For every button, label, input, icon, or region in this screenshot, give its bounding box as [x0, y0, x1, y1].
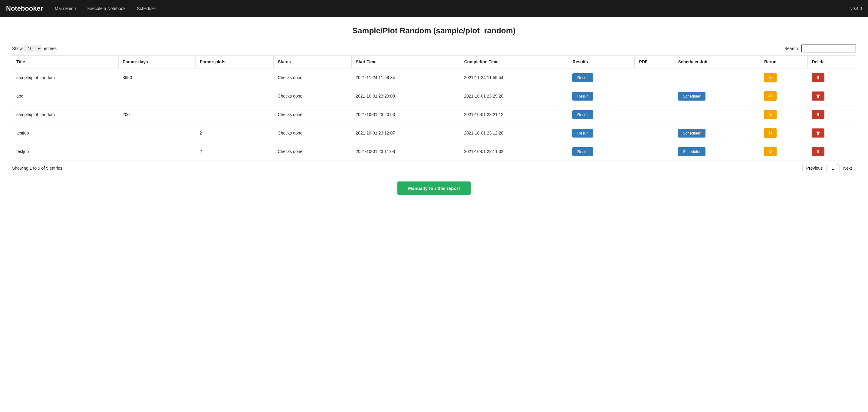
next-button[interactable]: Next — [839, 164, 856, 172]
rerun-button[interactable]: ↻ — [764, 110, 777, 119]
rerun-button[interactable]: ↻ — [764, 128, 777, 138]
cell-rerun: ↻ — [760, 87, 807, 106]
cell-results: Result — [568, 106, 634, 124]
cell-completion-time: 2021-10-01 23:11:32 — [460, 142, 568, 161]
showing-entries-text: Showing 1 to 5 of 5 entries — [12, 166, 62, 171]
entries-select[interactable]: 10 25 50 100 — [25, 45, 42, 52]
app-version: v0.4.0 — [850, 6, 862, 11]
cell-start-time: 2021-11-24 11:59:34 — [351, 68, 460, 87]
scheduler-job-button[interactable]: Scheduler — [678, 129, 706, 138]
entries-label: entries — [44, 46, 57, 51]
rerun-icon: ↻ — [768, 130, 772, 136]
table-row: testjob 2 Checks done! 2021-10-01 23:12:… — [12, 124, 856, 142]
cell-delete: 🗑 — [807, 142, 856, 161]
col-delete: Delete — [807, 56, 856, 68]
cell-start-time: 2021-10-01 23:20:53 — [351, 106, 460, 124]
trash-icon: 🗑 — [816, 149, 820, 154]
rerun-button[interactable]: ↻ — [764, 147, 777, 156]
table-header-row: Title Param: days Param: plots Status St… — [12, 56, 856, 68]
cell-pdf — [634, 106, 674, 124]
trash-icon: 🗑 — [816, 75, 820, 80]
show-label: Show — [12, 46, 23, 51]
cell-results: Result — [568, 142, 634, 161]
cell-rerun: ↻ — [760, 124, 807, 142]
cell-rerun: ↻ — [760, 106, 807, 124]
table-row: testjob 2 Checks done! 2021-10-01 23:11:… — [12, 142, 856, 161]
cell-scheduler-job: Scheduler — [674, 87, 760, 106]
previous-button[interactable]: Previous — [802, 164, 827, 172]
cell-completion-time: 2021-10-01 23:12:28 — [460, 124, 568, 142]
pagination: Previous 1 Next — [802, 164, 856, 172]
delete-button[interactable]: 🗑 — [812, 91, 825, 100]
trash-icon: 🗑 — [816, 112, 820, 117]
col-rerun: Rerun — [760, 56, 807, 68]
cell-pdf — [634, 142, 674, 161]
cell-pdf — [634, 68, 674, 87]
cell-delete: 🗑 — [807, 87, 856, 106]
data-table: Title Param: days Param: plots Status St… — [12, 55, 856, 161]
cell-pdf — [634, 124, 674, 142]
cell-rerun: ↻ — [760, 68, 807, 87]
delete-button[interactable]: 🗑 — [812, 128, 825, 138]
table-row: abc Checks done! 2021-10-01 23:29:08 202… — [12, 87, 856, 106]
col-scheduler-job: Scheduler Job — [674, 56, 760, 68]
cell-pdf — [634, 87, 674, 106]
result-button[interactable]: Result — [572, 147, 593, 156]
cell-results: Result — [568, 68, 634, 87]
rerun-icon: ↻ — [768, 93, 772, 98]
cell-scheduler-job: Scheduler — [674, 124, 760, 142]
cell-results: Result — [568, 124, 634, 142]
cell-completion-time: 2021-10-01 23:21:12 — [460, 106, 568, 124]
current-page[interactable]: 1 — [828, 164, 838, 172]
cell-param-days — [118, 87, 195, 106]
show-entries: Show 10 25 50 100 entries — [12, 45, 57, 52]
cell-delete: 🗑 — [807, 68, 856, 87]
cell-param-plots — [195, 87, 274, 106]
rerun-button[interactable]: ↻ — [764, 73, 777, 82]
cell-rerun: ↻ — [760, 142, 807, 161]
scheduler-job-button[interactable]: Scheduler — [678, 92, 706, 100]
result-button[interactable]: Result — [572, 92, 593, 100]
cell-delete: 🗑 — [807, 124, 856, 142]
table-controls-top: Show 10 25 50 100 entries Search: — [12, 45, 856, 52]
manual-run-container: Manually run this report — [12, 181, 856, 195]
navbar: Notebooker Main Menu Execute a Notebook … — [0, 0, 868, 17]
col-param-days: Param: days — [118, 56, 195, 68]
scheduler-job-button[interactable]: Scheduler — [678, 147, 706, 156]
col-status: Status — [274, 56, 352, 68]
rerun-icon: ↻ — [768, 149, 772, 154]
nav-execute-notebook[interactable]: Execute a Notebook — [82, 3, 131, 13]
col-pdf: PDF — [634, 56, 674, 68]
nav-scheduler[interactable]: Scheduler — [131, 3, 162, 13]
cell-param-plots — [195, 68, 274, 87]
col-completion-time: Completion Time — [460, 56, 568, 68]
nav-main-menu[interactable]: Main Menu — [49, 3, 82, 13]
manually-run-button[interactable]: Manually run this report — [397, 181, 471, 195]
cell-start-time: 2021-10-01 23:11:08 — [351, 142, 460, 161]
rerun-icon: ↻ — [768, 112, 772, 117]
search-label: Search: — [784, 46, 799, 51]
cell-title: sample/plot_random — [12, 68, 118, 87]
cell-param-days: 200 — [118, 106, 195, 124]
cell-title: testjob — [12, 142, 118, 161]
delete-button[interactable]: 🗑 — [812, 110, 825, 119]
result-button[interactable]: Result — [572, 110, 593, 119]
col-results: Results — [568, 56, 634, 68]
result-button[interactable]: Result — [572, 129, 593, 138]
cell-scheduler-job — [674, 68, 760, 87]
result-button[interactable]: Result — [572, 73, 593, 82]
search-box: Search: — [784, 45, 856, 52]
cell-start-time: 2021-10-01 23:12:07 — [351, 124, 460, 142]
search-input[interactable] — [801, 45, 856, 52]
cell-param-days: 3650 — [118, 68, 195, 87]
nav-menu: Main Menu Execute a Notebook Scheduler — [49, 3, 850, 13]
cell-status: Checks done! — [274, 106, 352, 124]
rerun-button[interactable]: ↻ — [764, 91, 777, 101]
col-title: Title — [12, 56, 118, 68]
delete-button[interactable]: 🗑 — [812, 147, 825, 156]
trash-icon: 🗑 — [816, 130, 820, 136]
delete-button[interactable]: 🗑 — [812, 73, 825, 82]
cell-status: Checks done! — [274, 68, 352, 87]
cell-scheduler-job — [674, 106, 760, 124]
table-row: sample/plot_random 3650 Checks done! 202… — [12, 68, 856, 87]
